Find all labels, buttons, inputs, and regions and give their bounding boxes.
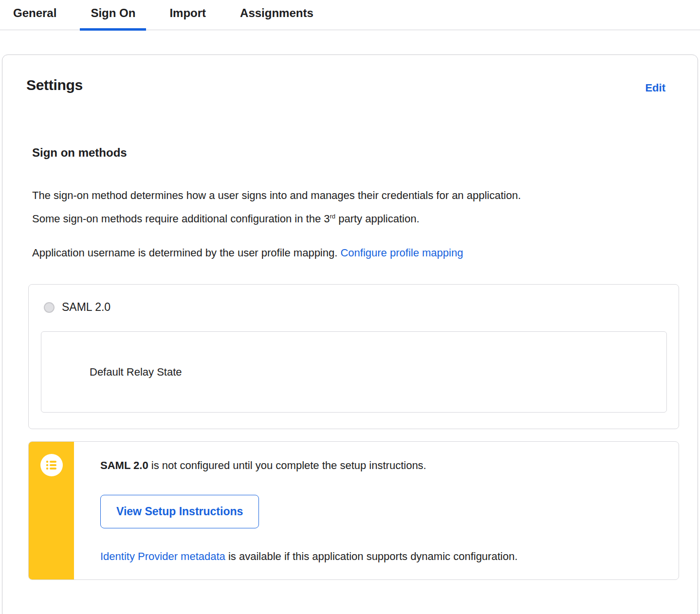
settings-title: Settings [26,77,674,93]
callout-message-rest: is not configured until you complete the… [148,459,426,471]
idp-metadata-rest: is available if this application support… [225,550,517,562]
view-setup-instructions-button[interactable]: View Setup Instructions [100,495,259,528]
application-username-text: Application username is determined by th… [32,241,674,265]
configure-profile-mapping-link[interactable]: Configure profile mapping [340,247,463,259]
tab-assignments[interactable]: Assignments [229,0,324,30]
sign-on-description: The sign-on method determines how a user… [32,184,538,231]
saml-radio-row: SAML 2.0 [44,301,667,314]
idp-metadata-text: Identity Provider metadata is available … [100,550,517,563]
description-text-2: party application. [335,213,419,225]
description-text-1: The sign-on method determines how a user… [32,189,521,225]
tab-bar: General Sign On Import Assignments [0,0,700,30]
setup-callout: SAML 2.0 is not configured until you com… [28,441,679,580]
callout-message: SAML 2.0 is not configured until you com… [100,459,517,472]
sign-on-methods-heading: Sign on methods [32,146,674,160]
tab-sign-on[interactable]: Sign On [80,0,146,30]
callout-accent-stripe [29,442,74,579]
default-relay-state-label: Default Relay State [90,366,182,379]
idp-metadata-link[interactable]: Identity Provider metadata [100,550,225,562]
description-superscript: rd [330,213,336,220]
tab-import[interactable]: Import [159,0,217,30]
tab-general[interactable]: General [2,0,67,30]
default-relay-state-box: Default Relay State [41,331,667,413]
settings-card: Settings Edit Sign on methods The sign-o… [2,54,698,614]
saml-radio[interactable] [44,302,55,313]
callout-content: SAML 2.0 is not configured until you com… [74,442,537,579]
list-icon [40,454,63,476]
edit-link[interactable]: Edit [645,82,665,94]
saml-method-box: SAML 2.0 Default Relay State [28,284,679,429]
username-static-text: Application username is determined by th… [32,247,340,259]
saml-radio-label[interactable]: SAML 2.0 [62,301,111,314]
callout-message-bold: SAML 2.0 [100,459,148,471]
